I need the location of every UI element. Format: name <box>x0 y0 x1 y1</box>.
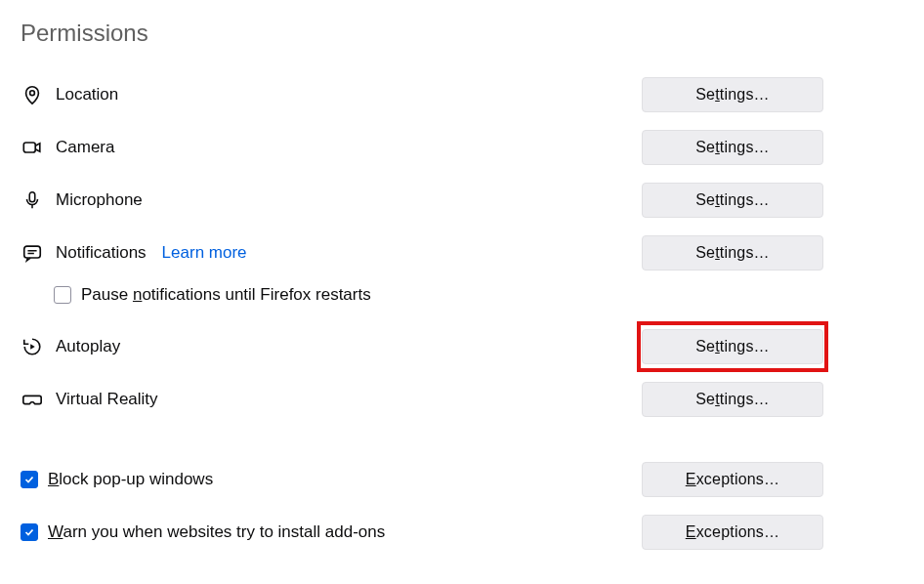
microphone-settings-button[interactable]: Settings… <box>642 183 823 218</box>
row-pause-notifications: Pause notifications until Firefox restar… <box>21 275 823 314</box>
block-popups-exceptions-button[interactable]: Exceptions… <box>642 462 823 497</box>
permissions-list: Location Settings… Camera Settings… <box>21 68 823 559</box>
vr-settings-button[interactable]: Settings… <box>642 382 823 417</box>
pause-notifications-label: Pause notifications until Firefox restar… <box>81 285 371 305</box>
row-camera: Camera Settings… <box>21 121 823 174</box>
block-popups-label: Block pop-up windows <box>48 470 213 489</box>
block-popups-checkbox[interactable] <box>21 471 38 488</box>
svg-rect-3 <box>24 246 41 258</box>
row-warn-addons: Warn you when websites try to install ad… <box>21 506 823 559</box>
location-label: Location <box>56 85 118 104</box>
row-notifications: Notifications Learn more Settings… <box>21 227 823 279</box>
warn-addons-exceptions-button[interactable]: Exceptions… <box>642 515 823 550</box>
svg-point-0 <box>30 91 35 96</box>
warn-addons-checkbox[interactable] <box>21 523 38 541</box>
vr-icon <box>21 388 44 411</box>
autoplay-label: Autoplay <box>56 337 120 356</box>
camera-icon <box>21 136 44 159</box>
autoplay-settings-button[interactable]: Settings… <box>642 329 823 364</box>
row-block-popups: Block pop-up windows Exceptions… <box>21 453 823 506</box>
microphone-label: Microphone <box>56 190 143 210</box>
svg-rect-2 <box>29 192 35 202</box>
permissions-heading: Permissions <box>21 20 924 47</box>
microphone-icon <box>21 188 44 212</box>
camera-settings-button[interactable]: Settings… <box>642 130 823 165</box>
vr-label: Virtual Reality <box>56 390 158 409</box>
row-autoplay: Autoplay Settings… <box>21 320 823 373</box>
notifications-label: Notifications <box>56 243 147 263</box>
location-icon <box>21 83 44 106</box>
notifications-learn-more-link[interactable]: Learn more <box>162 243 247 263</box>
row-microphone: Microphone Settings… <box>21 174 823 227</box>
svg-rect-1 <box>23 143 35 152</box>
row-location: Location Settings… <box>21 68 823 121</box>
notifications-settings-button[interactable]: Settings… <box>642 235 823 271</box>
row-vr: Virtual Reality Settings… <box>21 373 823 426</box>
pause-notifications-checkbox[interactable] <box>54 286 71 304</box>
warn-addons-label: Warn you when websites try to install ad… <box>48 522 385 542</box>
camera-label: Camera <box>56 138 114 157</box>
notifications-icon <box>21 241 44 265</box>
location-settings-button[interactable]: Settings… <box>642 77 823 112</box>
autoplay-icon <box>21 335 44 358</box>
